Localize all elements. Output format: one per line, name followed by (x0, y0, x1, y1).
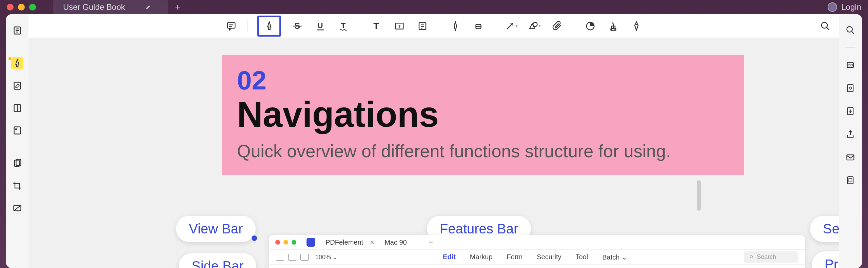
callout-side-bar: Side Bar (179, 253, 256, 268)
embedded-toolbar: 100% ⌄ Edit Markup Form Security Tool Ba… (269, 249, 805, 264)
scrollbar-thumb[interactable] (697, 180, 701, 211)
document-page: 02 Navigations Quick overview of differe… (166, 55, 702, 268)
redact-tool-icon[interactable] (630, 19, 643, 33)
svg-text:OCR: OCR (848, 64, 854, 67)
svg-text:T: T (398, 23, 401, 29)
active-indicator-dot (8, 57, 11, 60)
callout-search: Search (810, 216, 839, 242)
embedded-app-logo (307, 238, 315, 247)
embedded-tab-close-icon: ✕ (370, 239, 374, 246)
section-number: 02 (237, 65, 729, 96)
eraser-tool-icon[interactable] (472, 19, 485, 33)
comment-tool-icon[interactable] (224, 19, 238, 33)
traffic-lights (7, 4, 36, 11)
signature-tool-icon[interactable] (607, 19, 620, 33)
svg-rect-4 (14, 82, 21, 89)
thumbnails-icon[interactable] (11, 24, 23, 37)
embedded-tab-2: Mac 90 (384, 239, 407, 246)
app-body: S U T T T (6, 14, 862, 268)
embedded-titlebar: PDFelement ✕ Mac 90 + (269, 235, 805, 249)
underline-tool-icon[interactable]: U (314, 19, 327, 33)
pencil-tool-icon[interactable] (449, 19, 462, 33)
svg-line-42 (852, 32, 854, 34)
svg-line-12 (14, 205, 21, 211)
search-icon[interactable] (818, 19, 832, 33)
crop-sidebar-icon[interactable] (11, 180, 23, 192)
embedded-search-field: Search (744, 251, 798, 263)
document-canvas[interactable]: 02 Navigations Quick overview of differe… (28, 38, 839, 268)
embedded-minimize-icon (283, 240, 288, 245)
callout-property-panel: Property Panel (812, 251, 839, 268)
dropdown-caret-icon: ▾ (516, 24, 518, 28)
svg-rect-49 (848, 177, 853, 184)
print-sidebar-icon[interactable] (845, 174, 856, 186)
svg-point-35 (822, 22, 828, 28)
highlight-tool-icon[interactable] (257, 16, 281, 37)
textbox-tool-icon[interactable]: T (393, 19, 406, 33)
embedded-add-tab-icon: + (429, 238, 433, 247)
embedded-maximize-icon (292, 240, 296, 245)
login-area[interactable]: Login (828, 2, 861, 12)
convert-sidebar-icon[interactable] (845, 105, 856, 117)
minimize-window-button[interactable] (18, 4, 25, 11)
compare-sidebar-icon[interactable] (11, 202, 23, 214)
dropdown-caret-icon: ⌄ (622, 253, 627, 261)
tab-title: User Guide Book (63, 2, 125, 12)
svg-point-46 (849, 87, 852, 89)
edit-sidebar-icon[interactable] (11, 80, 23, 92)
embedded-menu-edit: Edit (443, 253, 456, 261)
callout-dot (252, 235, 257, 241)
svg-rect-7 (14, 127, 21, 134)
svg-rect-45 (848, 85, 853, 92)
highlighted-section: 02 Navigations Quick overview of differe… (222, 55, 744, 175)
svg-rect-13 (227, 23, 235, 28)
note-tool-icon[interactable] (416, 19, 429, 33)
embedded-menu-form: Form (507, 253, 523, 261)
share-sidebar-icon[interactable] (845, 128, 856, 140)
view-mode-3-icon (300, 254, 309, 261)
embedded-close-icon (275, 240, 280, 245)
embedded-menu-batch: Batch ⌄ (602, 253, 627, 261)
add-tab-button[interactable]: + (175, 2, 180, 13)
attachments-sidebar-icon[interactable] (11, 157, 23, 169)
maximize-window-button[interactable] (29, 4, 36, 11)
embedded-menu: Edit Markup Form Security Tool Batch ⌄ (443, 253, 627, 261)
strikethrough-tool-icon[interactable]: S (291, 19, 304, 33)
svg-point-31 (533, 22, 537, 26)
callout-view-bar: View Bar (176, 216, 256, 242)
stamp-tool-icon[interactable] (584, 19, 597, 33)
main-area: S U T T T (28, 14, 839, 268)
attachment-tool-icon[interactable] (551, 19, 564, 33)
close-window-button[interactable] (7, 4, 14, 11)
view-mode-2-icon (288, 254, 296, 261)
embedded-menu-tool: Tool (575, 253, 588, 261)
svg-rect-48 (847, 155, 854, 160)
svg-rect-50 (849, 179, 852, 182)
pencil-icon[interactable] (145, 2, 152, 12)
search-sidebar-icon[interactable] (845, 24, 856, 36)
bookmarks-sidebar-icon[interactable] (11, 102, 23, 114)
shapes-tool-icon[interactable]: ▾ (528, 19, 541, 33)
avatar-icon (828, 2, 837, 12)
embedded-subtools: T Text Image Link (269, 264, 805, 268)
embedded-zoom: 100% ⌄ (315, 253, 338, 261)
ocr-sidebar-icon[interactable]: OCR (845, 59, 856, 71)
section-subtitle: Quick overview of different functions st… (237, 141, 729, 161)
top-toolbar: S U T T T (28, 14, 839, 38)
arrow-tool-icon[interactable]: ▾ (505, 19, 518, 33)
email-sidebar-icon[interactable] (845, 151, 856, 163)
extract-sidebar-icon[interactable] (845, 82, 856, 94)
text-tool-icon[interactable]: T (370, 19, 383, 33)
form-sidebar-icon[interactable] (11, 124, 23, 137)
highlight-sidebar-icon[interactable] (11, 57, 23, 69)
svg-text:T: T (341, 21, 346, 30)
highlight-sidebar-wrapper (11, 57, 23, 69)
embedded-view-modes (276, 254, 309, 261)
embedded-search-placeholder: Search (757, 253, 776, 261)
right-sidebar: OCR (839, 14, 862, 268)
svg-rect-8 (15, 128, 17, 130)
view-mode-1-icon (276, 254, 284, 261)
svg-point-41 (847, 27, 852, 32)
squiggly-tool-icon[interactable]: T (337, 19, 350, 33)
document-tab[interactable]: User Guide Book (53, 0, 168, 15)
